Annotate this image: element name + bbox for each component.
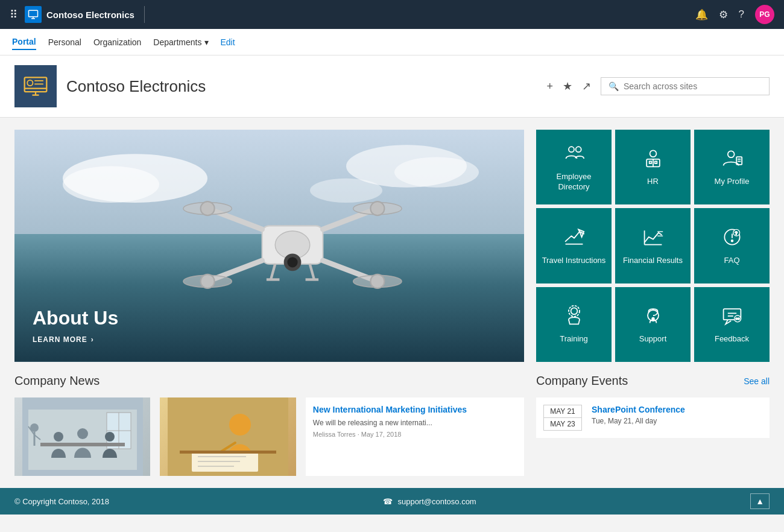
see-all-link[interactable]: See all <box>744 376 770 386</box>
event-date-start: MAY 21 <box>544 405 581 418</box>
site-title: Contoso Electronics <box>66 77 206 96</box>
news-card-2 <box>160 397 296 476</box>
financial-label: Financial Results <box>623 256 683 266</box>
nav-item-edit[interactable]: Edit <box>221 37 235 47</box>
news-item-excerpt: We will be releasing a new internati... <box>313 418 517 428</box>
nav-item-organization[interactable]: Organization <box>93 35 141 49</box>
news-card-image-1 <box>14 397 150 476</box>
footer-copyright: © Copyright Contoso, 2018 <box>14 497 109 506</box>
faq-label: FAQ <box>724 256 739 266</box>
scroll-top-button[interactable]: ▲ <box>750 493 770 509</box>
event-title[interactable]: SharePoint Conference <box>592 405 685 414</box>
svg-point-57 <box>731 239 733 241</box>
learn-more-link[interactable]: LEARN MORE › <box>33 335 118 344</box>
svg-text:?: ? <box>735 230 738 236</box>
quick-link-financial[interactable]: Financial Results <box>615 208 691 283</box>
quick-link-employee-directory[interactable]: Employee Directory <box>536 130 612 204</box>
main-content: About Us LEARN MORE › Employee Directory <box>0 118 784 374</box>
quick-link-training[interactable]: Training <box>536 287 612 362</box>
news-item-meta: Melissa Torres · May 17, 2018 <box>313 431 517 438</box>
quick-link-faq[interactable]: ? FAQ <box>694 208 770 283</box>
brand-logo[interactable]: Contoso Electronics <box>25 6 134 23</box>
svg-rect-73 <box>40 443 125 446</box>
feedback-label: Feedback <box>715 334 749 344</box>
footer-right: ☎ support@contoso.com <box>383 497 476 506</box>
company-news-section: Company News <box>14 374 524 476</box>
employee-directory-icon <box>563 142 585 167</box>
star-icon[interactable]: ★ <box>563 80 572 93</box>
top-navigation-bar: ⠿ Contoso Electronics 🔔 ⚙ ? PG <box>0 0 784 29</box>
company-news-title: Company News <box>14 374 524 388</box>
quick-link-travel[interactable]: Travel Instructions <box>536 208 612 283</box>
my-profile-label: My Profile <box>715 177 750 187</box>
svg-rect-42 <box>649 162 651 164</box>
share-icon[interactable]: ↗ <box>582 80 591 93</box>
news-card-image-2 <box>160 397 296 476</box>
support-icon <box>642 305 664 329</box>
faq-icon: ? <box>721 226 743 251</box>
hero-overlay: About Us LEARN MORE › <box>33 307 118 344</box>
event-subtitle: Tue, May 21, All day <box>592 417 685 425</box>
second-navigation: Portal Personal Organization Departments… <box>0 29 784 55</box>
svg-point-28 <box>370 201 384 215</box>
svg-rect-88 <box>180 451 276 454</box>
events-header: Company Events See all <box>536 374 770 388</box>
hr-label: HR <box>647 177 659 187</box>
user-avatar[interactable]: PG <box>755 5 774 24</box>
settings-icon[interactable]: ⚙ <box>719 8 728 21</box>
quick-link-feedback[interactable]: Feedback <box>694 287 770 362</box>
search-input[interactable] <box>624 81 762 91</box>
svg-point-82 <box>229 414 251 435</box>
brand-name: Contoso Electronics <box>46 10 134 20</box>
events-title: Company Events <box>536 374 628 388</box>
svg-line-34 <box>309 264 314 279</box>
event-details: SharePoint Conference Tue, May 21, All d… <box>592 405 685 425</box>
news-card-3[interactable]: New International Marketing Initiatives … <box>306 397 524 476</box>
svg-point-67 <box>738 318 739 320</box>
svg-point-12 <box>63 166 159 203</box>
notifications-icon[interactable]: 🔔 <box>695 8 708 21</box>
help-icon[interactable]: ? <box>739 8 744 21</box>
nav-divider <box>144 6 145 23</box>
add-icon[interactable]: + <box>546 80 553 93</box>
nav-item-departments[interactable]: Departments ▾ <box>153 35 208 49</box>
travel-label: Travel Instructions <box>542 256 606 266</box>
svg-point-74 <box>54 432 63 442</box>
page-footer: © Copyright Contoso, 2018 ☎ support@cont… <box>0 488 784 515</box>
search-icon: 🔍 <box>609 81 619 91</box>
news-cards-container: New International Marketing Initiatives … <box>14 397 524 476</box>
support-label: Support <box>639 334 667 344</box>
support-phone-icon: ☎ <box>383 497 393 506</box>
footer-support-email[interactable]: support@contoso.com <box>397 497 476 506</box>
svg-rect-0 <box>29 10 38 17</box>
event-item-1: MAY 21 MAY 23 SharePoint Conference Tue,… <box>536 397 770 438</box>
nav-item-portal[interactable]: Portal <box>12 34 36 50</box>
waffle-menu-icon[interactable]: ⠿ <box>10 8 17 21</box>
hr-icon <box>642 147 664 172</box>
svg-point-75 <box>77 428 88 439</box>
search-box[interactable]: 🔍 <box>601 77 770 95</box>
news-item-title[interactable]: New International Marketing Initiatives <box>313 405 517 414</box>
svg-point-66 <box>735 318 737 320</box>
company-events-section: Company Events See all MAY 21 MAY 23 Sha… <box>536 374 770 476</box>
svg-point-27 <box>200 201 214 215</box>
training-label: Training <box>560 334 587 344</box>
news-card-1 <box>14 397 150 476</box>
event-date-end: MAY 23 <box>544 418 581 430</box>
quick-link-support[interactable]: Support <box>615 287 691 362</box>
svg-point-32 <box>287 257 297 267</box>
bottom-content: Company News <box>0 374 784 488</box>
chevron-down-icon: ▾ <box>204 37 209 47</box>
svg-point-29 <box>200 274 214 288</box>
quick-link-hr[interactable]: HR <box>615 130 691 204</box>
svg-point-30 <box>370 274 384 288</box>
nav-item-personal[interactable]: Personal <box>48 35 81 49</box>
my-profile-icon <box>721 147 743 172</box>
quick-link-my-profile[interactable]: My Profile <box>694 130 770 204</box>
svg-point-76 <box>105 432 115 442</box>
svg-point-38 <box>575 147 581 152</box>
svg-line-33 <box>271 264 275 279</box>
site-logo <box>14 65 57 107</box>
site-header: Contoso Electronics + ★ ↗ 🔍 <box>0 55 784 118</box>
svg-point-37 <box>569 147 574 152</box>
